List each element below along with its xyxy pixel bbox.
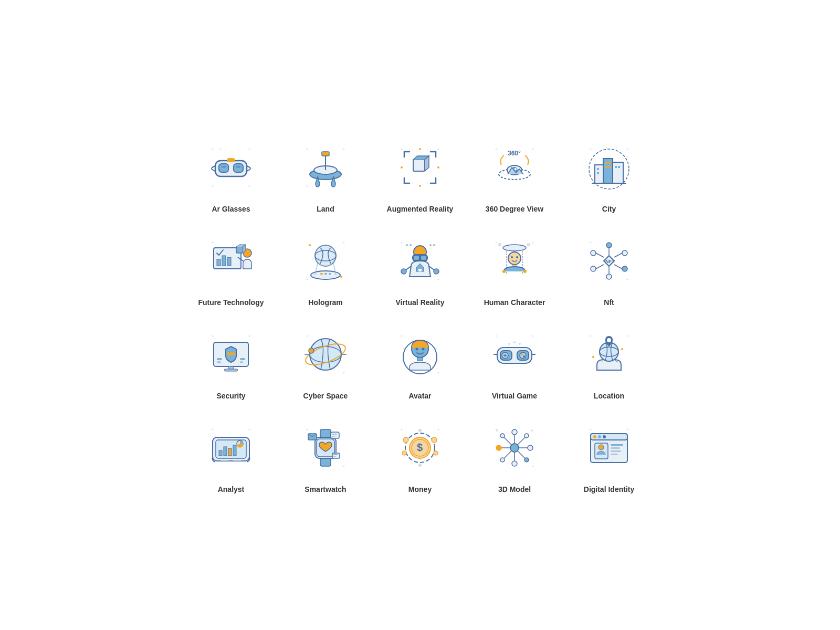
icon-item-city[interactable]: City	[567, 136, 651, 214]
svg-rect-165	[228, 448, 232, 456]
icon-item-digital-identity[interactable]: Digital Identity	[567, 416, 651, 494]
icon-label-nft: Nft	[604, 298, 614, 307]
icon-item-money[interactable]: $ Money	[378, 416, 462, 494]
svg-point-23	[437, 166, 439, 169]
svg-point-216	[590, 429, 592, 430]
svg-point-97	[622, 266, 627, 271]
svg-line-103	[614, 265, 622, 269]
icon-item-augmented-reality[interactable]: Augmented Reality	[378, 136, 462, 214]
svg-point-221	[598, 435, 601, 438]
svg-point-24	[419, 185, 421, 187]
icon-box-avatar	[388, 323, 452, 386]
svg-point-160	[249, 429, 250, 430]
svg-point-190	[432, 437, 437, 443]
svg-point-184	[438, 429, 439, 430]
icon-item-virtual-game[interactable]: Virtual Game	[472, 323, 556, 401]
icon-label-augmented-reality: Augmented Reality	[387, 204, 454, 214]
icon-label-cyber-space: Cyber Space	[303, 391, 348, 401]
svg-point-135	[435, 348, 437, 350]
icon-box-human-character	[483, 229, 546, 292]
icon-label-digital-identity: Digital Identity	[584, 485, 634, 494]
svg-rect-17	[322, 152, 329, 156]
svg-point-213	[524, 458, 529, 462]
svg-rect-180	[333, 454, 338, 455]
svg-point-193	[418, 429, 422, 432]
icon-box-land	[294, 136, 357, 199]
icon-item-nft[interactable]: NFT Nft	[567, 229, 651, 307]
svg-rect-179	[332, 453, 340, 458]
svg-point-80	[532, 242, 534, 243]
svg-rect-53	[236, 247, 243, 253]
svg-rect-61	[329, 273, 331, 275]
svg-point-4	[249, 185, 250, 186]
svg-line-101	[614, 253, 622, 257]
svg-point-210	[500, 434, 505, 438]
svg-point-220	[593, 435, 596, 438]
svg-point-26	[532, 148, 534, 150]
icon-item-360-degree-view[interactable]: 360° 360 Degree View	[472, 136, 556, 214]
icon-label-location: Location	[594, 391, 624, 401]
svg-rect-37	[597, 168, 599, 170]
svg-rect-166	[233, 445, 236, 456]
icon-item-future-technology[interactable]: Future Technology	[189, 229, 273, 307]
svg-point-57	[315, 245, 336, 266]
icon-item-land[interactable]: Land	[284, 136, 368, 214]
svg-point-159	[212, 429, 214, 430]
svg-point-215	[531, 429, 533, 432]
icon-item-smartwatch[interactable]: Smartwatch	[284, 416, 368, 494]
svg-point-158	[592, 356, 594, 358]
svg-point-83	[503, 245, 526, 251]
svg-point-0	[212, 148, 214, 150]
svg-point-136	[496, 335, 497, 337]
icon-box-digital-identity	[578, 416, 640, 479]
svg-point-145	[521, 353, 523, 355]
svg-rect-226	[611, 447, 620, 449]
svg-point-11	[307, 148, 308, 150]
icon-grid: Ar Glasses Land	[158, 104, 682, 526]
icon-item-hologram[interactable]: Hologram	[284, 229, 368, 307]
icon-item-ar-glasses[interactable]: Ar Glasses	[189, 136, 273, 214]
svg-rect-178	[332, 436, 335, 437]
svg-point-86	[508, 252, 521, 265]
icon-item-virtual-reality[interactable]: Virtual Reality	[378, 229, 462, 307]
svg-rect-227	[611, 450, 621, 452]
icon-item-human-character[interactable]: Human Character	[472, 229, 556, 307]
svg-point-33	[627, 148, 628, 150]
icon-item-security[interactable]: Security	[189, 323, 273, 401]
svg-point-55	[307, 278, 308, 280]
svg-point-21	[419, 148, 421, 150]
icon-label-3d-model: 3D Model	[498, 485, 531, 494]
svg-point-107	[212, 335, 214, 337]
svg-point-150	[590, 335, 592, 337]
svg-rect-115	[240, 358, 245, 360]
svg-point-54	[343, 242, 345, 243]
svg-point-183	[401, 429, 403, 430]
icon-item-analyst[interactable]: Analyst	[189, 416, 273, 494]
svg-point-91	[523, 270, 527, 273]
icon-box-city	[578, 136, 640, 199]
svg-rect-172	[320, 429, 331, 437]
svg-point-206	[512, 429, 517, 435]
svg-point-63	[340, 276, 342, 278]
svg-point-19	[438, 148, 439, 150]
svg-point-142	[520, 352, 526, 359]
svg-point-120	[343, 372, 345, 374]
svg-point-112	[232, 352, 235, 355]
svg-point-119	[307, 335, 308, 337]
icon-box-hologram	[294, 229, 357, 292]
svg-point-77	[429, 244, 432, 246]
svg-rect-163	[219, 450, 222, 456]
svg-point-192	[434, 451, 438, 455]
icon-item-avatar[interactable]: Avatar	[378, 323, 462, 401]
svg-rect-38	[597, 172, 599, 174]
icon-label-virtual-reality: Virtual Reality	[395, 298, 444, 307]
svg-rect-176	[331, 432, 339, 438]
icon-item-location[interactable]: Location	[567, 323, 651, 401]
icon-item-3d-model[interactable]: 3D Model	[472, 416, 556, 494]
svg-rect-35	[603, 159, 613, 183]
svg-point-224	[598, 445, 604, 450]
svg-point-194	[418, 464, 422, 467]
icon-item-cyber-space[interactable]: Cyber Space	[284, 323, 368, 401]
icon-label-future-technology: Future Technology	[198, 298, 264, 307]
svg-rect-81	[499, 244, 501, 246]
